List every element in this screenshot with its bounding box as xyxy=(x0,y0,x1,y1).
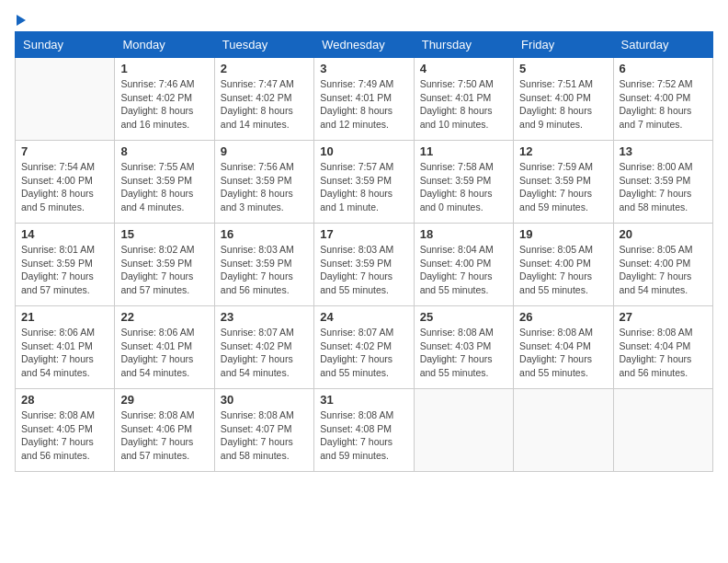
weekday-header-tuesday: Tuesday xyxy=(214,32,313,58)
calendar-cell: 2Sunrise: 7:47 AMSunset: 4:02 PMDaylight… xyxy=(214,58,313,141)
day-info: Sunrise: 8:08 AMSunset: 4:03 PMDaylight:… xyxy=(420,326,507,380)
day-number: 14 xyxy=(21,227,108,241)
day-number: 9 xyxy=(221,144,308,158)
calendar-cell: 21Sunrise: 8:06 AMSunset: 4:01 PMDayligh… xyxy=(16,306,115,389)
day-info: Sunrise: 8:08 AMSunset: 4:07 PMDaylight:… xyxy=(221,408,308,463)
weekday-header-thursday: Thursday xyxy=(414,32,513,58)
logo xyxy=(15,15,26,24)
day-number: 3 xyxy=(320,62,407,75)
calendar-cell: 4Sunrise: 7:50 AMSunset: 4:01 PMDaylight… xyxy=(414,58,513,141)
calendar-cell: 31Sunrise: 8:08 AMSunset: 4:08 PMDayligh… xyxy=(314,389,414,472)
day-info: Sunrise: 7:52 AMSunset: 4:00 PMDaylight:… xyxy=(620,77,707,132)
day-number: 1 xyxy=(120,62,208,75)
calendar-week-row: 28Sunrise: 8:08 AMSunset: 4:05 PMDayligh… xyxy=(16,389,713,472)
calendar-cell: 7Sunrise: 7:54 AMSunset: 4:00 PMDaylight… xyxy=(16,141,115,224)
day-info: Sunrise: 8:07 AMSunset: 4:02 PMDaylight:… xyxy=(320,326,407,380)
day-number: 22 xyxy=(120,310,208,324)
day-info: Sunrise: 7:46 AMSunset: 4:02 PMDaylight:… xyxy=(120,77,208,132)
weekday-header-monday: Monday xyxy=(115,32,214,58)
day-info: Sunrise: 8:01 AMSunset: 3:59 PMDaylight:… xyxy=(21,243,108,297)
day-number: 12 xyxy=(519,144,607,158)
day-number: 28 xyxy=(21,393,108,407)
weekday-header-saturday: Saturday xyxy=(613,32,712,58)
calendar-cell: 8Sunrise: 7:55 AMSunset: 3:59 PMDaylight… xyxy=(115,141,214,224)
day-number: 31 xyxy=(320,393,407,407)
page-header xyxy=(15,15,713,24)
day-number: 21 xyxy=(21,310,108,324)
calendar-cell: 9Sunrise: 7:56 AMSunset: 3:59 PMDaylight… xyxy=(214,141,313,224)
calendar-week-row: 7Sunrise: 7:54 AMSunset: 4:00 PMDaylight… xyxy=(16,141,713,224)
calendar-cell xyxy=(514,389,613,472)
logo-arrow-icon xyxy=(17,15,26,26)
calendar-cell: 24Sunrise: 8:07 AMSunset: 4:02 PMDayligh… xyxy=(314,306,414,389)
day-info: Sunrise: 7:59 AMSunset: 3:59 PMDaylight:… xyxy=(519,160,607,214)
calendar-cell: 3Sunrise: 7:49 AMSunset: 4:01 PMDaylight… xyxy=(314,58,414,141)
day-info: Sunrise: 7:57 AMSunset: 3:59 PMDaylight:… xyxy=(320,160,407,214)
day-number: 23 xyxy=(221,310,308,324)
calendar-table: SundayMondayTuesdayWednesdayThursdayFrid… xyxy=(15,31,713,472)
calendar-cell xyxy=(613,389,712,472)
day-number: 4 xyxy=(420,62,507,75)
day-info: Sunrise: 7:54 AMSunset: 4:00 PMDaylight:… xyxy=(21,160,108,214)
day-info: Sunrise: 8:03 AMSunset: 3:59 PMDaylight:… xyxy=(320,243,407,297)
day-number: 13 xyxy=(620,144,707,158)
calendar-cell: 10Sunrise: 7:57 AMSunset: 3:59 PMDayligh… xyxy=(314,141,414,224)
day-info: Sunrise: 8:08 AMSunset: 4:04 PMDaylight:… xyxy=(620,326,707,380)
day-info: Sunrise: 8:03 AMSunset: 3:59 PMDaylight:… xyxy=(221,243,308,297)
calendar-cell: 22Sunrise: 8:06 AMSunset: 4:01 PMDayligh… xyxy=(115,306,214,389)
day-info: Sunrise: 8:00 AMSunset: 3:59 PMDaylight:… xyxy=(620,160,707,214)
day-number: 19 xyxy=(519,227,607,241)
day-number: 16 xyxy=(221,227,308,241)
day-info: Sunrise: 7:49 AMSunset: 4:01 PMDaylight:… xyxy=(320,77,407,132)
calendar-week-row: 1Sunrise: 7:46 AMSunset: 4:02 PMDaylight… xyxy=(16,58,713,141)
day-info: Sunrise: 8:02 AMSunset: 3:59 PMDaylight:… xyxy=(120,243,208,297)
day-number: 20 xyxy=(620,227,707,241)
day-info: Sunrise: 7:56 AMSunset: 3:59 PMDaylight:… xyxy=(221,160,308,214)
day-number: 2 xyxy=(221,62,308,75)
calendar-cell: 28Sunrise: 8:08 AMSunset: 4:05 PMDayligh… xyxy=(16,389,115,472)
calendar-cell: 1Sunrise: 7:46 AMSunset: 4:02 PMDaylight… xyxy=(115,58,214,141)
calendar-cell xyxy=(16,58,115,141)
day-number: 24 xyxy=(320,310,407,324)
day-number: 10 xyxy=(320,144,407,158)
calendar-cell: 14Sunrise: 8:01 AMSunset: 3:59 PMDayligh… xyxy=(16,224,115,306)
calendar-cell: 11Sunrise: 7:58 AMSunset: 3:59 PMDayligh… xyxy=(414,141,513,224)
calendar-cell: 13Sunrise: 8:00 AMSunset: 3:59 PMDayligh… xyxy=(613,141,712,224)
weekday-header-friday: Friday xyxy=(514,32,613,58)
day-info: Sunrise: 8:06 AMSunset: 4:01 PMDaylight:… xyxy=(21,326,108,380)
calendar-cell: 20Sunrise: 8:05 AMSunset: 4:00 PMDayligh… xyxy=(613,224,712,306)
day-info: Sunrise: 8:07 AMSunset: 4:02 PMDaylight:… xyxy=(221,326,308,380)
calendar-cell: 18Sunrise: 8:04 AMSunset: 4:00 PMDayligh… xyxy=(414,224,513,306)
weekday-header-sunday: Sunday xyxy=(16,32,115,58)
day-info: Sunrise: 8:05 AMSunset: 4:00 PMDaylight:… xyxy=(519,243,607,297)
day-info: Sunrise: 7:47 AMSunset: 4:02 PMDaylight:… xyxy=(221,77,308,132)
calendar-cell: 30Sunrise: 8:08 AMSunset: 4:07 PMDayligh… xyxy=(214,389,313,472)
calendar-cell: 6Sunrise: 7:52 AMSunset: 4:00 PMDaylight… xyxy=(613,58,712,141)
day-number: 8 xyxy=(120,144,208,158)
calendar-cell: 25Sunrise: 8:08 AMSunset: 4:03 PMDayligh… xyxy=(414,306,513,389)
day-info: Sunrise: 8:08 AMSunset: 4:06 PMDaylight:… xyxy=(120,408,208,463)
day-info: Sunrise: 7:50 AMSunset: 4:01 PMDaylight:… xyxy=(420,77,507,132)
calendar-cell: 26Sunrise: 8:08 AMSunset: 4:04 PMDayligh… xyxy=(514,306,613,389)
day-number: 18 xyxy=(420,227,507,241)
day-info: Sunrise: 8:08 AMSunset: 4:08 PMDaylight:… xyxy=(320,408,407,463)
day-info: Sunrise: 8:06 AMSunset: 4:01 PMDaylight:… xyxy=(120,326,208,380)
calendar-cell xyxy=(414,389,513,472)
weekday-header-wednesday: Wednesday xyxy=(314,32,414,58)
day-info: Sunrise: 7:55 AMSunset: 3:59 PMDaylight:… xyxy=(120,160,208,214)
day-number: 15 xyxy=(120,227,208,241)
calendar-cell: 16Sunrise: 8:03 AMSunset: 3:59 PMDayligh… xyxy=(214,224,313,306)
day-number: 5 xyxy=(519,62,607,75)
day-info: Sunrise: 7:51 AMSunset: 4:00 PMDaylight:… xyxy=(519,77,607,132)
day-number: 26 xyxy=(519,310,607,324)
calendar-week-row: 21Sunrise: 8:06 AMSunset: 4:01 PMDayligh… xyxy=(16,306,713,389)
day-number: 29 xyxy=(120,393,208,407)
day-number: 30 xyxy=(221,393,308,407)
day-info: Sunrise: 8:08 AMSunset: 4:05 PMDaylight:… xyxy=(21,408,108,463)
day-info: Sunrise: 8:05 AMSunset: 4:00 PMDaylight:… xyxy=(620,243,707,297)
calendar-cell: 12Sunrise: 7:59 AMSunset: 3:59 PMDayligh… xyxy=(514,141,613,224)
calendar-cell: 15Sunrise: 8:02 AMSunset: 3:59 PMDayligh… xyxy=(115,224,214,306)
day-number: 7 xyxy=(21,144,108,158)
day-number: 11 xyxy=(420,144,507,158)
day-number: 25 xyxy=(420,310,507,324)
